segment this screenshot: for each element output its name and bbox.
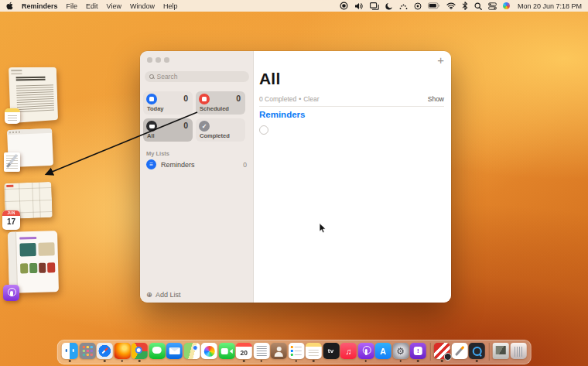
all-tray-icon <box>146 121 157 132</box>
volume-icon[interactable] <box>354 0 364 12</box>
photos-icon <box>201 343 217 359</box>
running-indicator <box>104 360 106 362</box>
running-indicator <box>476 360 478 362</box>
dock-trash[interactable] <box>510 343 526 362</box>
completed-check-icon <box>199 121 210 132</box>
dock-parallels[interactable] <box>434 343 450 362</box>
dock-quicktime[interactable] <box>469 343 485 362</box>
smart-list-count: 0 <box>236 94 241 103</box>
stage-manager-icon[interactable] <box>370 0 379 12</box>
menu-edit[interactable]: Edit <box>86 2 98 10</box>
apple-menu-icon[interactable] <box>6 2 13 10</box>
launchpad-icon <box>79 343 95 359</box>
dock: 20tv♫A⚙! <box>57 340 532 364</box>
dock-music[interactable]: ♫ <box>340 343 357 362</box>
calendar-icon-month: JUN <box>2 210 20 216</box>
dock-feedback[interactable]: ! <box>410 343 426 362</box>
dock-chrome[interactable] <box>132 343 148 362</box>
facetime-icon <box>218 343 234 359</box>
smart-list-scheduled[interactable]: 0Scheduled <box>196 91 245 115</box>
firefox-icon <box>114 343 130 359</box>
dock-messages[interactable] <box>149 343 165 362</box>
list-count: 0 <box>243 161 247 169</box>
dock-finder[interactable] <box>62 343 78 362</box>
siri-icon[interactable] <box>503 0 510 12</box>
smart-list-completed[interactable]: Completed <box>196 118 245 142</box>
smart-list-label: Scheduled <box>200 105 229 112</box>
menu-view[interactable]: View <box>107 2 121 10</box>
dock-recent-file[interactable] <box>493 343 509 362</box>
menu-window[interactable]: Window <box>130 2 155 10</box>
dock-maps[interactable] <box>183 343 200 362</box>
show-button[interactable]: Show <box>428 95 444 103</box>
dock-photos[interactable] <box>201 343 217 362</box>
minimize-button[interactable] <box>156 57 161 63</box>
dock-contacts[interactable] <box>271 343 287 362</box>
search-icon <box>149 74 154 79</box>
search-field[interactable] <box>145 71 249 82</box>
dock-calendar[interactable]: 20 <box>236 343 252 362</box>
bluetooth-icon[interactable] <box>462 0 468 12</box>
running-indicator <box>365 360 368 362</box>
dock-textedit[interactable] <box>253 343 269 362</box>
control-center-icon[interactable] <box>488 0 497 12</box>
my-lists-label: My Lists <box>146 150 169 157</box>
add-reminder-button[interactable]: + <box>437 54 444 66</box>
dock-facetime[interactable] <box>218 343 234 362</box>
list-row-reminders[interactable]: ≡Reminders0 <box>143 158 250 171</box>
smart-list-today[interactable]: 0Today <box>143 91 193 115</box>
safari-icon <box>97 343 113 359</box>
running-indicator <box>121 360 124 362</box>
tv-icon: tv <box>323 343 339 359</box>
dock-appstore[interactable]: A <box>375 343 391 362</box>
keyboard-brightness-icon[interactable] <box>399 0 408 12</box>
active-app-name[interactable]: Reminders <box>22 2 58 10</box>
battery-icon[interactable] <box>428 0 440 12</box>
podcasts-app-icon <box>3 285 19 301</box>
add-list-button[interactable]: Add List <box>146 290 181 299</box>
dock-mail[interactable] <box>166 343 183 362</box>
recent-file-icon <box>493 343 509 359</box>
maps-icon <box>183 343 200 359</box>
screen-recording-icon[interactable] <box>340 0 348 12</box>
dock-reminders[interactable] <box>288 343 304 362</box>
dock-divider <box>488 343 489 361</box>
notes-icon <box>306 343 322 359</box>
focus-moon-icon[interactable] <box>385 0 393 12</box>
dock-safari[interactable] <box>97 343 113 362</box>
dock-launchpad[interactable] <box>79 343 95 362</box>
podcasts-featured-cards <box>19 242 54 256</box>
new-reminder-checkbox[interactable] <box>259 125 268 135</box>
dock-podcasts[interactable] <box>357 343 374 362</box>
scheduled-calendar-icon <box>199 94 210 104</box>
podcasts-window-thumbnail[interactable] <box>8 231 59 293</box>
smart-list-all[interactable]: 0All <box>143 118 193 142</box>
dock-pages[interactable] <box>451 343 467 362</box>
menu-help[interactable]: Help <box>163 2 178 10</box>
running-indicator <box>417 360 419 362</box>
close-button[interactable] <box>147 57 152 63</box>
status-icons <box>340 0 510 12</box>
dock-notes[interactable] <box>306 343 322 362</box>
dock-firefox[interactable] <box>114 343 130 362</box>
window-controls <box>147 57 169 63</box>
search-input[interactable] <box>157 73 245 80</box>
menu-file[interactable]: File <box>67 2 78 10</box>
spotlight-icon[interactable] <box>474 0 482 12</box>
reminders-icon <box>288 343 304 359</box>
dot-separator: • <box>299 95 301 103</box>
smart-list-count: 0 <box>183 121 188 130</box>
group-header: Reminders <box>259 110 305 119</box>
wifi-icon[interactable] <box>446 0 456 12</box>
smart-list-grid: 0Today0Scheduled0AllCompleted <box>143 91 245 142</box>
menu-bar-clock[interactable]: Mon 20 Jun 7:18 PM <box>518 2 582 10</box>
timer-icon[interactable] <box>414 0 422 12</box>
dock-settings[interactable]: ⚙ <box>392 343 409 362</box>
reminders-sidebar: 0Today0Scheduled0AllCompleted My Lists ≡… <box>140 51 254 303</box>
running-indicator <box>243 360 245 362</box>
zoom-button[interactable] <box>164 57 169 63</box>
dock-tv[interactable]: tv <box>323 343 339 362</box>
running-indicator <box>296 360 298 362</box>
clear-button[interactable]: Clear <box>303 95 319 103</box>
my-lists: ≡Reminders0 <box>143 158 250 171</box>
